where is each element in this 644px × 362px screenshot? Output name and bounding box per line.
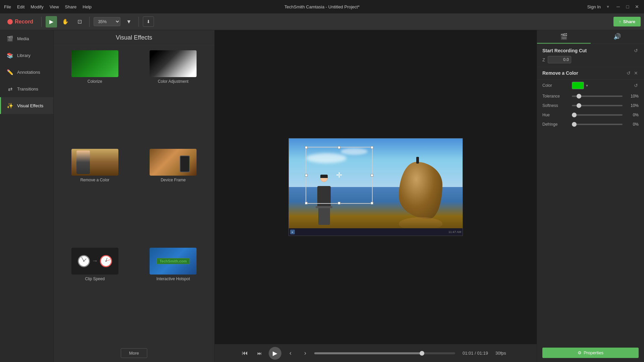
main-toolbar: Record ▶ ✋ ⊡ 35% 50% 75% 100% ▼ ⬇ ↑ Shar… — [0, 13, 644, 30]
progress-handle[interactable] — [420, 351, 424, 356]
sign-in-button[interactable]: Sign In — [587, 4, 601, 9]
panel-tabs: 🎬 🔊 — [537, 30, 644, 44]
zoom-dropdown-button[interactable]: ▼ — [123, 16, 135, 27]
color-refresh-button[interactable]: ↺ — [633, 82, 639, 89]
effects-panel: Visual Effects Colorize Color Adjustment… — [54, 30, 215, 362]
record-button[interactable]: Record — [3, 17, 37, 27]
effect-colorize[interactable]: Colorize — [58, 50, 132, 144]
nav-transitions[interactable]: ⇄ Transitions — [0, 80, 53, 97]
zoom-select[interactable]: 35% 50% 75% 100% — [94, 17, 120, 26]
next-frame-button[interactable]: › — [300, 348, 311, 359]
preview-controls: ⏮ ⏭̶ ▶ ‹ › 01:01 / 01:19 30fps — [215, 344, 537, 362]
effect-clip-speed[interactable]: → Clip Speed — [58, 247, 132, 342]
nav-annotations-label: Annotations — [17, 70, 40, 75]
tab-video-properties[interactable]: 🎬 — [537, 30, 591, 44]
handle-top-center[interactable] — [338, 146, 340, 149]
z-field: Z — [542, 56, 639, 63]
menu-view[interactable]: View — [50, 4, 59, 9]
rewind-button[interactable]: ⏮ — [239, 348, 251, 359]
menu-share[interactable]: Share — [65, 4, 77, 9]
effect-interactive-hotspot[interactable]: TechSmith.com Interactive Hotspot — [136, 247, 211, 342]
annotations-icon: ✏️ — [6, 68, 14, 76]
effect-close-button[interactable]: ✕ — [633, 70, 639, 76]
handle-top-right[interactable] — [371, 146, 373, 149]
refresh-button[interactable]: ↺ — [633, 47, 639, 54]
record-label: Record — [15, 19, 33, 25]
hue-value: 0% — [625, 113, 639, 117]
device-frame-thumbnail — [150, 149, 197, 176]
right-properties-panel: 🎬 🔊 Start Recording Cut ↺ Z Remove a Col… — [537, 30, 644, 362]
maximize-button[interactable]: □ — [625, 4, 631, 10]
main-content: 🎬 Media 📚 Library ✏️ Annotations ⇄ Trans… — [0, 30, 644, 362]
hue-slider[interactable] — [572, 114, 623, 116]
preview-canvas: ■ 11:47 AM — [215, 30, 537, 344]
tab-audio-properties[interactable]: 🔊 — [591, 30, 644, 44]
minimize-button[interactable]: ─ — [615, 4, 621, 10]
handle-bot-right[interactable] — [371, 202, 373, 204]
toolbar-separator — [41, 17, 42, 27]
handle-mid-right[interactable] — [371, 174, 373, 177]
selection-overlay[interactable]: ✛ — [306, 147, 373, 204]
more-effects-button[interactable]: More — [121, 348, 148, 358]
step-back-button[interactable]: ⏭̶ — [254, 348, 265, 359]
hue-slider-container — [572, 114, 623, 116]
progress-bar[interactable] — [314, 352, 455, 354]
effect-device-frame[interactable]: Device Frame — [136, 148, 211, 243]
pan-tool-button[interactable]: ✋ — [60, 16, 71, 27]
effect-refresh-button[interactable]: ↺ — [626, 70, 631, 76]
properties-label: Properties — [584, 350, 603, 355]
color-controls: ▼ ↺ — [572, 82, 639, 89]
section-actions: ↺ — [633, 47, 639, 54]
window-controls: ─ □ ✕ — [615, 4, 640, 10]
record-dot — [7, 19, 13, 24]
nav-media[interactable]: 🎬 Media — [0, 30, 53, 47]
nav-annotations[interactable]: ✏️ Annotations — [0, 64, 53, 80]
color-swatch[interactable] — [572, 82, 584, 89]
nav-visual-effects[interactable]: ✨ Visual Effects — [0, 97, 53, 114]
tolerance-slider[interactable] — [572, 96, 623, 97]
handle-bot-left[interactable] — [305, 202, 308, 204]
crop-tool-button[interactable]: ⊡ — [74, 16, 85, 27]
select-tool-button[interactable]: ▶ — [46, 16, 57, 27]
close-button[interactable]: ✕ — [634, 4, 640, 10]
gear-icon: ⚙ — [578, 350, 582, 355]
title-bar: File Edit Modify View Share Help TechSmi… — [0, 0, 644, 13]
audio-icon: 🔊 — [613, 33, 621, 40]
nav-transitions-label: Transitions — [17, 86, 38, 92]
effect-color-adjustment[interactable]: Color Adjustment — [136, 50, 211, 144]
left-nav-panel: 🎬 Media 📚 Library ✏️ Annotations ⇄ Trans… — [0, 30, 54, 362]
menu-help[interactable]: Help — [83, 4, 92, 9]
preview-background: ■ 11:47 AM — [289, 138, 463, 236]
effect-header: Remove a Color ↺ ✕ — [537, 67, 644, 79]
z-input[interactable] — [548, 56, 571, 63]
share-button[interactable]: ↑ Share — [613, 17, 641, 26]
colorize-label: Colorize — [88, 78, 102, 86]
window-title: TechSmith Camtasia - Untitled Project* — [284, 4, 360, 9]
nav-media-label: Media — [17, 36, 29, 41]
play-button[interactable]: ▶ — [269, 347, 281, 360]
time-display: 01:01 / 01:19 — [459, 351, 492, 356]
handle-bot-center[interactable] — [338, 202, 340, 204]
menu-file[interactable]: File — [4, 4, 11, 9]
color-dropdown-arrow[interactable]: ▼ — [585, 84, 589, 87]
menu-modify[interactable]: Modify — [31, 4, 43, 9]
menu-edit[interactable]: Edit — [17, 4, 24, 9]
download-button[interactable]: ⬇ — [143, 16, 154, 27]
softness-row: Softness 10% — [537, 101, 644, 110]
defringe-label: Defringe — [542, 122, 569, 127]
softness-slider[interactable] — [572, 105, 623, 106]
prev-frame-button[interactable]: ‹ — [285, 348, 296, 359]
handle-top-left[interactable] — [305, 146, 308, 149]
tolerance-value: 10% — [625, 94, 639, 99]
handle-mid-left[interactable] — [305, 174, 308, 177]
current-time: 01:01 — [463, 351, 474, 356]
interactive-hotspot-thumbnail: TechSmith.com — [150, 248, 197, 275]
menu-bar: File Edit Modify View Share Help — [4, 4, 92, 9]
properties-button[interactable]: ⚙ Properties — [542, 348, 639, 358]
nav-library[interactable]: 📚 Library — [0, 47, 53, 64]
effect-remove-color[interactable]: Remove a Color — [58, 148, 132, 243]
toolbar-separator-2 — [89, 17, 90, 27]
defringe-slider[interactable] — [572, 124, 623, 125]
techsmith-badge: TechSmith.com — [157, 258, 190, 264]
color-adjustment-thumbnail — [150, 50, 197, 77]
